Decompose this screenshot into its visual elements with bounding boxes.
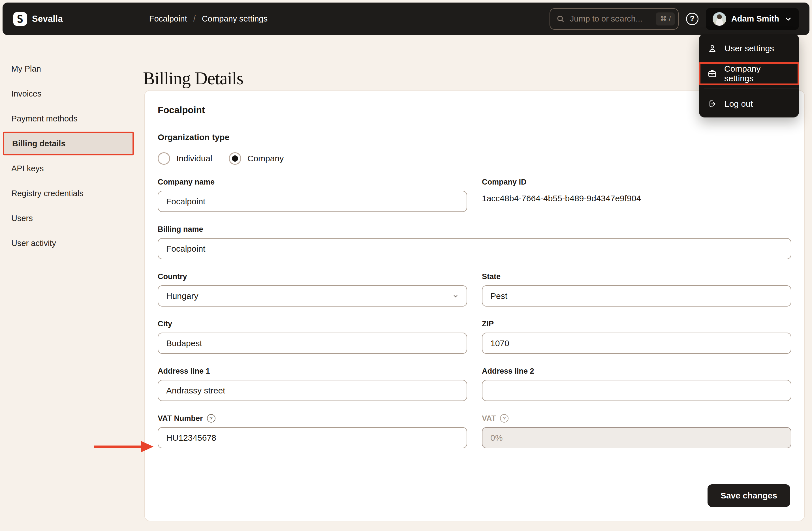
- avatar: [713, 12, 726, 26]
- sidebar-item-label: Payment methods: [11, 114, 77, 123]
- topbar: S Sevalla Focalpoint / Company settings …: [2, 2, 810, 35]
- country-select[interactable]: Hungary: [158, 285, 467, 307]
- vat-number-label-text: VAT Number: [158, 414, 203, 423]
- vat-label: VAT ?: [482, 414, 791, 423]
- menu-item-log-out[interactable]: Log out: [699, 92, 799, 115]
- menu-divider: [704, 89, 799, 89]
- user-menu-button[interactable]: Adam Smith: [706, 8, 799, 30]
- menu-item-label: User settings: [725, 44, 774, 53]
- state-input[interactable]: [482, 285, 791, 307]
- vat-help-icon[interactable]: ?: [500, 414, 508, 423]
- sidebar-item-label: My Plan: [11, 64, 41, 74]
- radio-company-label: Company: [247, 154, 284, 163]
- briefcase-icon: [708, 69, 717, 78]
- radio-company[interactable]: Company: [229, 152, 284, 165]
- search-input[interactable]: [569, 14, 652, 24]
- country-label: Country: [158, 272, 467, 281]
- brand[interactable]: S Sevalla: [13, 12, 63, 26]
- sevalla-logo-icon: S: [13, 12, 27, 26]
- company-id-value: 1acc48b4-7664-4b55-b489-9d4347e9f904: [482, 194, 791, 203]
- menu-item-label: Company settings: [724, 64, 791, 83]
- radio-individual[interactable]: Individual: [158, 152, 212, 165]
- sidebar-item-my-plan[interactable]: My Plan: [0, 56, 144, 81]
- radio-individual-label: Individual: [176, 154, 212, 163]
- sidebar-item-label: Invoices: [11, 89, 41, 99]
- radio-company-circle[interactable]: [229, 152, 241, 165]
- organization-type-group: Individual Company: [158, 152, 791, 165]
- company-id-label: Company ID: [482, 177, 791, 187]
- vat-number-field: VAT Number ?: [158, 414, 467, 448]
- city-input[interactable]: [158, 333, 467, 354]
- sidebar-item-invoices[interactable]: Invoices: [0, 81, 144, 106]
- zip-label: ZIP: [482, 319, 791, 329]
- breadcrumb-project[interactable]: Focalpoint: [149, 14, 187, 24]
- sidebar-item-label: Registry credentials: [11, 189, 84, 198]
- sidebar-item-payment-methods[interactable]: Payment methods: [0, 106, 144, 131]
- state-field: State: [482, 272, 791, 307]
- country-selected-value: Hungary: [166, 291, 198, 301]
- zip-field: ZIP: [482, 319, 791, 354]
- sidebar-item-registry-credentials[interactable]: Registry credentials: [0, 181, 144, 206]
- user-name: Adam Smith: [731, 14, 779, 24]
- zip-input[interactable]: [482, 333, 791, 354]
- billing-name-input[interactable]: [158, 238, 791, 259]
- company-name-field: Company name: [158, 177, 467, 212]
- menu-item-company-settings[interactable]: Company settings: [699, 62, 799, 85]
- vat-number-help-icon[interactable]: ?: [207, 414, 216, 423]
- save-changes-button[interactable]: Save changes: [708, 484, 790, 507]
- breadcrumb: Focalpoint / Company settings: [149, 14, 267, 24]
- vat-label-text: VAT: [482, 414, 496, 423]
- address-line-1-field: Address line 1: [158, 366, 467, 401]
- brand-name: Sevalla: [32, 14, 63, 24]
- sidebar-item-label: Users: [11, 214, 33, 223]
- address-line-2-field: Address line 2: [482, 366, 791, 401]
- country-field: Country Hungary: [158, 272, 467, 307]
- sidebar-item-label: Billing details: [12, 139, 66, 148]
- breadcrumb-separator: /: [193, 14, 195, 24]
- logout-icon: [708, 99, 717, 109]
- search-icon: [556, 15, 565, 23]
- menu-item-user-settings[interactable]: User settings: [699, 37, 799, 60]
- help-icon[interactable]: ?: [686, 13, 698, 25]
- company-name-input[interactable]: [158, 191, 467, 212]
- chevron-down-icon: [784, 15, 792, 23]
- state-label: State: [482, 272, 791, 281]
- billing-name-field: Billing name: [158, 224, 791, 259]
- sidebar-item-label: API keys: [11, 164, 44, 173]
- breadcrumb-section[interactable]: Company settings: [202, 14, 267, 24]
- sidebar-item-label: User activity: [11, 239, 56, 248]
- address-line-1-input[interactable]: [158, 380, 467, 401]
- address-line-1-label: Address line 1: [158, 366, 467, 376]
- sidebar-item-api-keys[interactable]: API keys: [0, 156, 144, 181]
- billing-name-label: Billing name: [158, 224, 791, 234]
- organization-type-label: Organization type: [158, 132, 791, 142]
- sidebar: My Plan Invoices Payment methods Billing…: [0, 56, 144, 255]
- vat-number-label: VAT Number ?: [158, 414, 467, 423]
- page-title: Billing Details: [143, 69, 243, 88]
- sidebar-item-billing-details[interactable]: Billing details: [3, 132, 134, 156]
- billing-details-card: Focalpoint Organization type Individual …: [144, 90, 805, 521]
- search-box[interactable]: ⌘ /: [550, 8, 679, 30]
- address-line-2-label: Address line 2: [482, 366, 791, 376]
- company-name-label: Company name: [158, 177, 467, 187]
- address-line-2-input[interactable]: [482, 380, 791, 401]
- search-shortcut-badge: ⌘ /: [656, 13, 675, 26]
- user-dropdown-menu: User settings Company settings Log out: [699, 34, 799, 117]
- sidebar-item-user-activity[interactable]: User activity: [0, 231, 144, 255]
- topbar-right: ⌘ / ? Adam Smith: [550, 8, 799, 30]
- select-chevron-icon: [452, 292, 459, 300]
- city-field: City: [158, 319, 467, 354]
- sidebar-item-users[interactable]: Users: [0, 206, 144, 231]
- city-label: City: [158, 319, 467, 329]
- vat-number-arrow: [93, 439, 154, 455]
- radio-individual-circle[interactable]: [158, 152, 170, 165]
- card-title: Focalpoint: [158, 105, 791, 116]
- company-id-field: Company ID 1acc48b4-7664-4b55-b489-9d434…: [482, 177, 791, 212]
- user-icon: [708, 44, 717, 53]
- menu-item-label: Log out: [725, 99, 753, 109]
- vat-input: [482, 427, 791, 448]
- vat-field: VAT ?: [482, 414, 791, 448]
- vat-number-input[interactable]: [158, 427, 467, 448]
